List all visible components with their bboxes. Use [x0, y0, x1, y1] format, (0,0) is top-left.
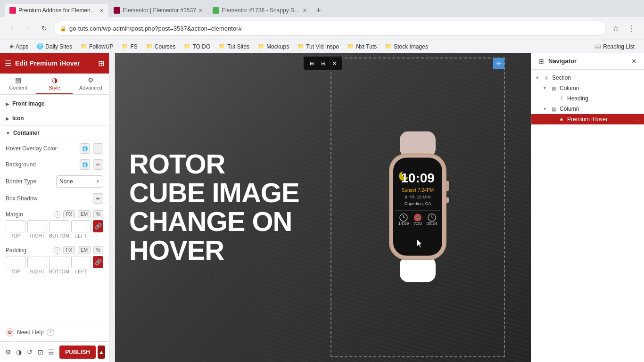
style-icon: ◑ — [52, 76, 58, 84]
tab-advanced[interactable]: ⚙ Advanced — [73, 74, 109, 94]
margin-top-input[interactable] — [6, 220, 25, 232]
tab-style[interactable]: ◑ Style — [36, 74, 73, 94]
border-type-select[interactable]: None ▼ — [56, 175, 103, 188]
tab-3[interactable]: Elementor #1736 - Snappy Sp... ✕ — [208, 4, 312, 17]
margin-bottom-input[interactable] — [49, 220, 69, 232]
nav-item-premium-ihover[interactable]: ▶ ★ Premium iHover … — [531, 114, 644, 124]
section-front-image[interactable]: ▶ Front Image — [0, 97, 109, 111]
tab-favicon-1 — [9, 7, 16, 14]
hover-overlay-row: Hover Overlay Color 🌐 — [0, 140, 109, 156]
nav-options-ihover[interactable]: … — [635, 116, 640, 123]
bookmark-fs[interactable]: 📁 FS — [118, 42, 141, 51]
navigator-close-btn[interactable]: ✕ — [629, 56, 639, 66]
settings-btn[interactable]: ⚙ — [4, 346, 13, 359]
canvas-scene: ROTOR CUBE IMAGE CHANGE ON HOVER ⊞ ✏ — [115, 53, 531, 362]
canvas-float-toolbar: ⊞ ⊟ ✕ — [304, 57, 342, 70]
nav-icon-col1: ▦ — [550, 85, 558, 91]
tab-close-1[interactable]: ✕ — [99, 8, 104, 14]
nav-item-column-1[interactable]: ▼ ▦ Column — [531, 83, 644, 93]
publish-arrow-btn[interactable]: ▲ — [98, 346, 105, 359]
padding-top-input[interactable] — [6, 256, 25, 268]
margin-pct-btn[interactable]: % — [93, 210, 103, 218]
back-button[interactable]: ‹ — [6, 22, 19, 35]
padding-pct-btn[interactable]: % — [93, 246, 103, 254]
margin-link-btn[interactable]: 🔗 — [93, 220, 103, 232]
hover-overlay-color-swatch[interactable] — [93, 143, 103, 154]
section-columns-btn[interactable]: ⊟ — [318, 58, 328, 68]
hamburger-icon[interactable]: ☰ — [5, 59, 11, 68]
nav-item-column-2[interactable]: ▼ ▦ Column — [531, 104, 644, 114]
padding-link-btn[interactable]: 🔗 — [93, 256, 103, 268]
history-btn[interactable]: ↺ — [25, 346, 34, 359]
address-bar[interactable]: 🔒 go-tuts.com/wp-admin/post.php?post=353… — [54, 21, 606, 36]
bookmark-tut-vid[interactable]: 📁 Tut Vid Inspo — [294, 42, 343, 51]
panel-expand-icon[interactable]: ⊞ — [536, 56, 546, 66]
publish-button[interactable]: PUBLISH — [59, 346, 96, 359]
bookmark-tut-sites[interactable]: 📁 Tut Sites — [215, 42, 253, 51]
margin-left-input[interactable] — [71, 220, 91, 232]
nav-item-heading[interactable]: ▶ T Heading — [531, 93, 644, 104]
nav-item-section[interactable]: ▼ § Section — [531, 73, 644, 83]
tab-close-2[interactable]: ✕ — [198, 8, 203, 14]
padding-section: Padding i FX EM % TOP RIGHT — [0, 242, 109, 278]
svg-text:10:09: 10:09 — [401, 171, 435, 185]
bookmark-star[interactable]: ☆ — [609, 22, 622, 35]
padding-top-label: TOP — [11, 269, 20, 274]
padding-fx-btn[interactable]: FX — [63, 246, 75, 254]
bookmark-daily-sites[interactable]: 🌐 Daily Sites — [33, 42, 76, 51]
margin-fx-btn[interactable]: FX — [63, 210, 75, 218]
bookmark-icon-reading: 📖 — [594, 43, 601, 49]
bookmark-followup[interactable]: 📁 FollowUP — [77, 42, 117, 51]
tab-2[interactable]: Elementor | Elementor #3537 ✕ — [109, 4, 207, 17]
box-shadow-edit-btn[interactable]: ✏ — [93, 193, 103, 204]
grid-icon[interactable]: ⊞ — [98, 59, 104, 68]
margin-em-btn[interactable]: EM — [78, 210, 91, 218]
need-help-text[interactable]: Need Help — [17, 329, 44, 336]
element-box-edit-btn[interactable]: ✏ — [493, 58, 504, 69]
bookmark-todo[interactable]: 📁 TO DO — [180, 42, 214, 51]
tab-content[interactable]: ▤ Content — [0, 74, 36, 94]
hover-overlay-label: Hover Overlay Color — [6, 145, 77, 152]
bookmark-stock[interactable]: 📁 Stock Images — [381, 42, 432, 51]
forward-button[interactable]: › — [22, 22, 35, 35]
bookmark-folder-nxt: 📁 — [347, 43, 354, 49]
padding-header-row: Padding i FX EM % — [0, 244, 109, 256]
preview-btn[interactable]: ⊡ — [36, 346, 45, 359]
section-icon[interactable]: ▶ Icon — [0, 111, 109, 126]
svg-rect-4 — [445, 197, 449, 203]
help-question-mark[interactable]: ? — [47, 329, 54, 336]
section-close-btn[interactable]: ✕ — [329, 58, 339, 68]
section-handle-btn[interactable]: ⊞ — [306, 58, 317, 68]
new-tab-button[interactable]: + — [312, 4, 325, 17]
padding-right-label: RIGHT — [30, 269, 45, 274]
padding-em-btn[interactable]: EM — [78, 246, 91, 254]
svg-rect-1 — [400, 256, 436, 282]
hover-overlay-global-btn[interactable]: 🌐 — [80, 143, 90, 154]
padding-left-input[interactable] — [71, 256, 91, 268]
more-btn[interactable]: ☰ — [47, 346, 56, 359]
padding-right-input[interactable] — [27, 256, 47, 268]
responsive-btn[interactable]: ◑ — [15, 346, 24, 359]
margin-right-input[interactable] — [27, 220, 47, 232]
background-global-btn[interactable]: 🌐 — [80, 159, 90, 170]
nav-label-heading: Heading — [567, 95, 640, 102]
bookmark-courses[interactable]: 📁 Courses — [142, 42, 180, 51]
bookmark-nxt-tuts[interactable]: 📁 Nxt Tuts — [344, 42, 380, 51]
element-selection-box[interactable]: ⊞ ✏ — [330, 58, 505, 357]
section-container[interactable]: ▼ Container — [0, 126, 109, 140]
browser-menu[interactable]: ⋮ — [625, 22, 638, 35]
bookmark-reading-list[interactable]: 📖 Reading List — [591, 42, 638, 51]
background-edit-btn[interactable]: ✏ — [93, 159, 103, 170]
padding-inputs: TOP RIGHT BOTTOM LEFT 🔗 — [0, 256, 109, 276]
bookmark-mockups[interactable]: 📁 Mockups — [254, 42, 293, 51]
panel-content: ▶ Front Image ▶ Icon ▼ Container Hover O… — [0, 95, 109, 323]
content-icon: ▤ — [15, 76, 21, 84]
tab-close-3[interactable]: ✕ — [303, 8, 307, 14]
panel-collapse-handle[interactable]: ‹ — [109, 53, 115, 362]
bookmark-apps[interactable]: ⊞ Apps — [6, 42, 32, 51]
reload-button[interactable]: ↻ — [38, 22, 51, 35]
tab-1[interactable]: Premium Addons for Elemento... ✕ — [5, 4, 108, 17]
svg-rect-0 — [400, 132, 436, 157]
padding-bottom-col: BOTTOM — [49, 256, 69, 274]
padding-bottom-input[interactable] — [49, 256, 69, 268]
